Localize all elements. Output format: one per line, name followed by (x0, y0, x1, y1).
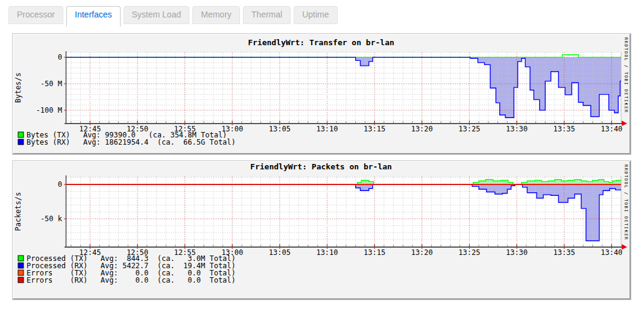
rrd-graph-packets: 12:4512:5012:5513:0013:0513:1013:1513:20… (13, 162, 629, 298)
x-tick-label: 13:30 (506, 125, 528, 133)
x-tick-label: 13:40 (601, 248, 622, 257)
x-tick-label: 13:25 (458, 248, 480, 257)
x-tick-label: 13:35 (554, 248, 575, 257)
x-tick-label: 13:30 (506, 248, 528, 257)
x-tick-label: 13:15 (364, 248, 385, 257)
x-tick-label: 13:05 (269, 125, 291, 133)
x-tick-label: 13:20 (411, 248, 433, 257)
graphs-container: 12:4512:5012:5513:0013:0513:1013:1513:20… (12, 33, 631, 300)
legend-swatch (18, 256, 24, 261)
x-tick-label: 13:10 (316, 125, 338, 133)
x-tick-label: 13:10 (316, 248, 338, 257)
y-tick-label: -100 M (36, 106, 62, 115)
tab-interfaces[interactable]: Interfaces (66, 6, 120, 27)
graph-title: FriendlyWrt: Transfer on br-lan (248, 38, 394, 47)
legend-swatch (18, 132, 24, 137)
y-axis-title: Bytes/s (14, 72, 22, 103)
graph-panel-packets: 12:4512:5012:5513:0013:0513:1013:1513:20… (12, 160, 631, 300)
rrd-image-transfer: 12:4512:5012:5513:0013:0513:1013:1513:20… (13, 34, 631, 154)
y-tick-label: -50 M (40, 80, 62, 88)
legend-swatch (18, 270, 24, 275)
rrd-image-packets: 12:4512:5012:5513:0013:0513:1013:1513:20… (13, 161, 631, 300)
stats-tab-bar: ProcessorInterfacesSystem LoadMemoryTher… (0, 0, 644, 24)
tab-system-load[interactable]: System Load (124, 6, 190, 24)
tab-processor[interactable]: Processor (8, 6, 63, 24)
legend-swatch (18, 139, 24, 145)
graph-title: FriendlyWrt: Packets on br-lan (250, 162, 392, 171)
y-axis-title: Packets/s (14, 192, 22, 231)
x-tick-label: 13:15 (364, 125, 385, 133)
legend-text: Errors (RX) Avg: 0.0 (ca. 0.0 Total) (27, 276, 236, 284)
x-tick-label: 13:20 (411, 125, 433, 133)
legend-text: Bytes (RX) Avg: 18621954.4 (ca. 66.5G To… (27, 138, 236, 146)
y-tick-label: 0 (58, 180, 62, 189)
x-tick-label: 13:05 (269, 248, 291, 257)
legend-swatch (18, 263, 24, 268)
x-axis-arrow-icon (622, 244, 627, 250)
x-axis-arrow-icon (622, 121, 627, 126)
graph-panel-transfer: 12:4512:5012:5513:0013:0513:1013:1513:20… (12, 33, 631, 155)
tab-uptime[interactable]: Uptime (294, 6, 337, 24)
rrdtool-watermark: RRDTOOL / TOBI OETIKER (623, 37, 628, 113)
rrd-graph-transfer: 12:4512:5012:5513:0013:0513:1013:1513:20… (13, 34, 629, 153)
y-tick-label: 0 (58, 53, 62, 61)
x-tick-label: 13:40 (601, 125, 622, 133)
x-tick-label: 13:35 (554, 125, 575, 133)
tab-thermal[interactable]: Thermal (243, 6, 291, 24)
x-tick-label: 13:25 (458, 125, 480, 133)
rrdtool-watermark: RRDTOOL / TOBI OETIKER (623, 165, 628, 240)
tab-memory[interactable]: Memory (192, 6, 240, 24)
legend-swatch (18, 277, 24, 283)
y-tick-label: -50 k (40, 215, 63, 223)
